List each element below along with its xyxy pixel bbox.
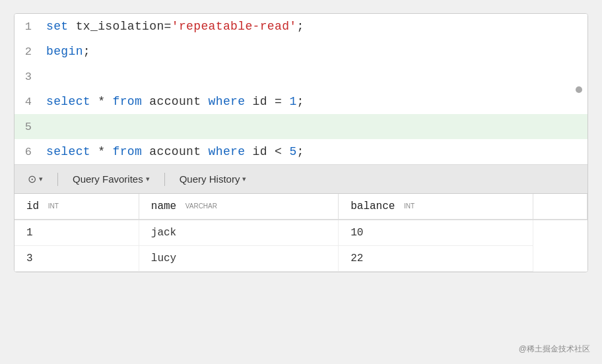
col-header-balance[interactable]: balance INT	[339, 194, 533, 220]
token: ;	[297, 145, 304, 158]
watermark: @稀土掘金技术社区	[519, 344, 590, 355]
token: *	[90, 95, 113, 108]
query-favorites-button[interactable]: Query Favorites ▾	[69, 171, 154, 187]
line-number-2: 2	[15, 46, 41, 58]
line-number-3: 3	[15, 71, 41, 83]
col-type-id: INT	[48, 202, 59, 210]
table-cell-r0-c2: 10	[339, 220, 533, 246]
token: from	[112, 95, 142, 108]
token: *	[90, 145, 113, 158]
token: tx_isolation=	[69, 20, 172, 33]
col-header-empty	[533, 194, 587, 220]
line-number-5: 5	[15, 121, 41, 133]
token: id <	[245, 145, 289, 158]
token: ;	[83, 45, 90, 58]
table-header-row: id INTname VARCHARbalance INT	[15, 194, 587, 220]
token: begin	[46, 45, 83, 58]
toolbar-separator-1	[57, 173, 58, 186]
table-header: id INTname VARCHARbalance INT	[15, 194, 587, 220]
line-content-5	[41, 123, 587, 131]
code-line-1[interactable]: 1set tx_isolation='repeatable-read';	[15, 14, 587, 39]
code-line-3[interactable]: 3	[15, 64, 587, 89]
line-number-1: 1	[15, 20, 41, 33]
table-row[interactable]: 3lucy22	[15, 246, 587, 272]
history-chevron-icon: ▾	[242, 175, 246, 183]
token: ;	[297, 95, 304, 108]
line-content-2: begin;	[41, 41, 587, 62]
col-type-balance: INT	[404, 202, 415, 210]
line-number-6: 6	[15, 146, 41, 158]
table-cell-r0-c0: 1	[15, 220, 139, 246]
table-body: 1jack103lucy22	[15, 220, 587, 272]
token: from	[112, 145, 142, 158]
results-table: id INTname VARCHARbalance INT 1jack103lu…	[15, 194, 587, 272]
token: set	[46, 20, 69, 33]
query-history-label: Query History	[180, 173, 240, 185]
token: 5	[289, 145, 296, 158]
col-type-name: VARCHAR	[185, 202, 217, 210]
token: 'repeatable-read'	[172, 20, 297, 33]
token: ;	[297, 20, 304, 33]
token: account	[142, 95, 208, 108]
menu-chevron-icon: ▾	[39, 175, 43, 183]
code-editor-wrapper: 1set tx_isolation='repeatable-read';2beg…	[15, 14, 587, 165]
table-cell-r1-c2: 22	[339, 246, 533, 272]
code-line-5[interactable]: 5	[15, 114, 587, 139]
table-cell-r0-c1: jack	[139, 220, 338, 246]
token: account	[142, 145, 208, 158]
col-header-name[interactable]: name VARCHAR	[139, 194, 338, 220]
menu-button[interactable]: ⊙ ▾	[24, 170, 47, 188]
line-content-1: set tx_isolation='repeatable-read';	[41, 16, 587, 37]
line-content-6: select * from account where id < 5;	[41, 141, 587, 162]
query-favorites-label: Query Favorites	[73, 173, 143, 185]
table-row[interactable]: 1jack10	[15, 220, 587, 246]
line-content-3	[41, 73, 587, 80]
menu-icon: ⊙	[28, 173, 36, 185]
token: 1	[289, 95, 296, 108]
col-header-id[interactable]: id INT	[15, 194, 139, 220]
line-number-4: 4	[15, 96, 41, 108]
token: id =	[245, 95, 289, 108]
token: select	[46, 95, 90, 108]
table-cell-r1-c1: lucy	[139, 246, 338, 272]
table-cell-r1-c0: 3	[15, 246, 139, 272]
line-content-4: select * from account where id = 1;	[41, 91, 587, 112]
token: where	[209, 145, 246, 158]
favorites-chevron-icon: ▾	[146, 175, 150, 183]
query-toolbar: ⊙ ▾ Query Favorites ▾ Query History ▾	[15, 165, 587, 194]
token: select	[46, 145, 90, 158]
code-line-6[interactable]: 6select * from account where id < 5;	[15, 139, 587, 164]
code-line-2[interactable]: 2begin;	[15, 39, 587, 64]
scrollbar-indicator[interactable]	[576, 86, 582, 93]
query-history-button[interactable]: Query History ▾	[176, 171, 251, 187]
results-area: id INTname VARCHARbalance INT 1jack103lu…	[15, 194, 587, 272]
code-line-4[interactable]: 4select * from account where id = 1;	[15, 89, 587, 114]
toolbar-separator-2	[164, 173, 165, 186]
token: where	[209, 95, 246, 108]
code-editor[interactable]: 1set tx_isolation='repeatable-read';2beg…	[15, 14, 587, 165]
main-window: 1set tx_isolation='repeatable-read';2beg…	[14, 13, 588, 272]
